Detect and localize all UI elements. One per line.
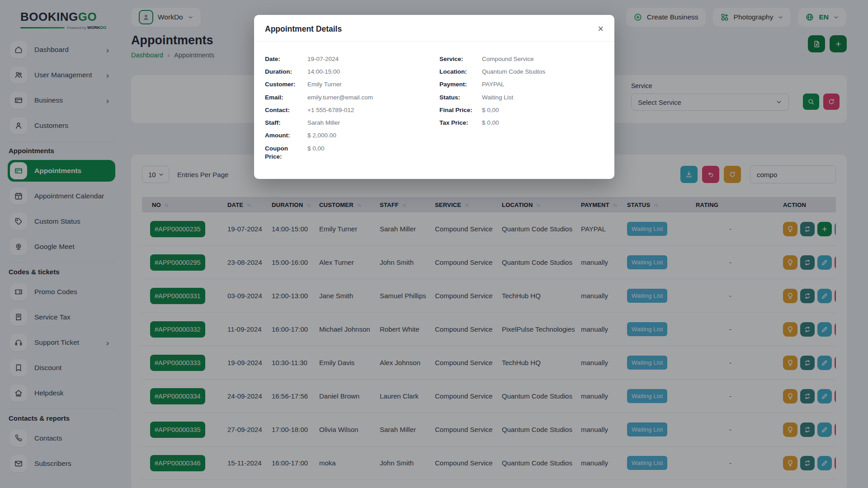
detail-value: 14:00-15:00	[307, 68, 340, 76]
detail-label: Tax Price:	[439, 119, 482, 127]
detail-label: Location:	[439, 68, 482, 76]
detail-value: $ 2,000.00	[307, 131, 336, 140]
detail-row: Tax Price: $ 0,00	[439, 119, 604, 127]
detail-value: +1 555-6789-012	[307, 106, 354, 114]
detail-value: $ 0,00	[482, 106, 499, 114]
detail-label: Customer:	[265, 80, 307, 89]
detail-row: Service: Compound Service	[439, 55, 604, 63]
detail-row: Final Price: $ 0,00	[439, 106, 604, 114]
detail-label: Status:	[439, 94, 482, 102]
detail-value: Compound Service	[482, 55, 534, 63]
detail-row: Payment: PAYPAL	[439, 80, 604, 89]
detail-value: Waiting List	[482, 94, 513, 102]
detail-row: Duration: 14:00-15:00	[265, 68, 439, 76]
detail-value: $ 0,00	[307, 145, 325, 161]
detail-label: Contact:	[265, 106, 307, 114]
detail-value: emily.turner@email.com	[307, 94, 373, 102]
detail-row: Coupon Price: $ 0,00	[265, 145, 439, 161]
detail-label: Coupon Price:	[265, 145, 307, 161]
modal-header: Appointment Details ×	[254, 15, 614, 42]
detail-value: $ 0,00	[482, 119, 499, 127]
modal-title: Appointment Details	[265, 24, 342, 34]
modal-body: Date: 19-07-2024 Duration: 14:00-15:00 C…	[254, 42, 614, 179]
detail-value: Sarah Miller	[307, 119, 340, 127]
detail-label: Date:	[265, 55, 307, 63]
detail-row: Contact: +1 555-6789-012	[265, 106, 439, 114]
detail-label: Payment:	[439, 80, 482, 89]
detail-row: Amount: $ 2,000.00	[265, 131, 439, 140]
detail-row: Status: Waiting List	[439, 94, 604, 102]
detail-row: Staff: Sarah Miller	[265, 119, 439, 127]
details-column-left: Date: 19-07-2024 Duration: 14:00-15:00 C…	[265, 55, 439, 165]
detail-label: Duration:	[265, 68, 307, 76]
appointment-details-modal: Appointment Details × Date: 19-07-2024 D…	[254, 15, 614, 179]
detail-value: 19-07-2024	[307, 55, 339, 63]
details-column-right: Service: Compound Service Location: Quan…	[439, 55, 604, 165]
detail-label: Service:	[439, 55, 482, 63]
close-icon[interactable]: ×	[598, 24, 604, 34]
detail-label: Amount:	[265, 131, 307, 140]
detail-label: Final Price:	[439, 106, 482, 114]
detail-value: Quantum Code Studios	[482, 68, 545, 76]
detail-row: Customer: Emily Turner	[265, 80, 439, 89]
detail-row: Date: 19-07-2024	[265, 55, 439, 63]
detail-label: Email:	[265, 94, 307, 102]
detail-value: Emily Turner	[307, 80, 342, 89]
detail-row: Location: Quantum Code Studios	[439, 68, 604, 76]
detail-value: PAYPAL	[482, 80, 505, 89]
detail-row: Email: emily.turner@email.com	[265, 94, 439, 102]
detail-label: Staff:	[265, 119, 307, 127]
